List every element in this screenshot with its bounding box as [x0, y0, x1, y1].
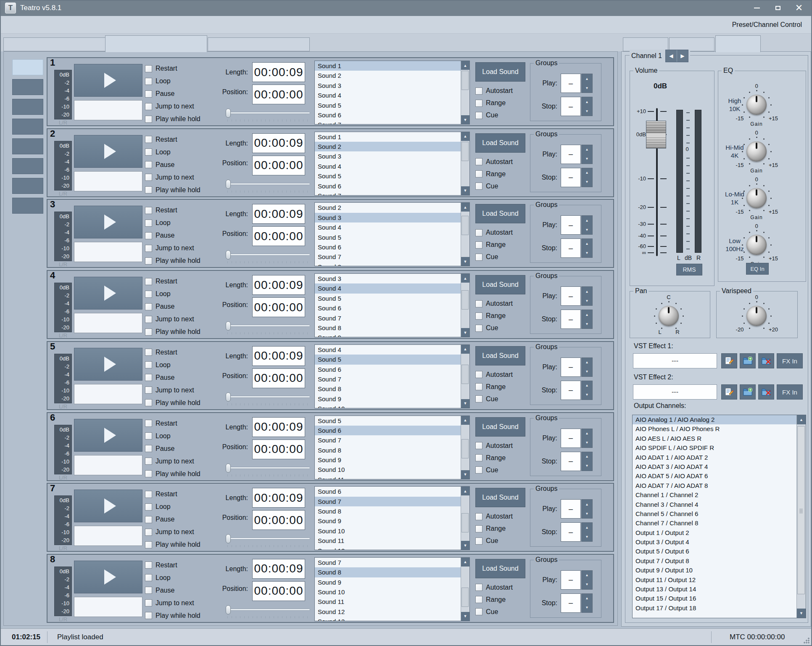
eq-gain-knob[interactable]	[746, 235, 767, 255]
jump-to-next-checkbox[interactable]	[145, 103, 152, 110]
stop-group-down-icon[interactable]: ▼	[582, 532, 592, 541]
position-slider[interactable]	[226, 609, 310, 611]
bank-button[interactable]	[12, 59, 43, 75]
loop-checkbox[interactable]	[145, 574, 152, 581]
next-channel-button[interactable]: ▶	[677, 50, 688, 62]
position-slider[interactable]	[226, 254, 310, 256]
sound-list-item[interactable]: Sound 11	[315, 536, 461, 545]
autostart-checkbox[interactable]	[475, 229, 482, 236]
loop-checkbox[interactable]	[145, 148, 152, 156]
sound-list-item[interactable]: Sound 7	[315, 497, 461, 506]
vst-add-button[interactable]	[740, 353, 756, 368]
sound-list-item[interactable]: Sound 3	[315, 274, 461, 283]
cue-checkbox[interactable]	[475, 183, 482, 190]
scroll-down-icon[interactable]: ▼	[461, 541, 469, 550]
maximize-button[interactable]	[772, 3, 783, 13]
sound-list-item[interactable]: Sound 5	[315, 416, 461, 426]
stop-group-up-icon[interactable]: ▲	[582, 168, 592, 177]
sound-list-item[interactable]: Sound 2	[315, 203, 461, 212]
play-button[interactable]	[74, 64, 142, 97]
play-button[interactable]	[74, 206, 142, 238]
output-channel-item[interactable]: AIO ADAT 3 / AIO ADAT 4	[633, 462, 796, 471]
scroll-down-icon[interactable]: ▼	[461, 257, 469, 266]
sound-list-item[interactable]: Sound 7	[315, 313, 461, 323]
tab[interactable]	[3, 37, 105, 51]
sound-list-item[interactable]: Sound 6	[315, 110, 461, 120]
sound-list-item[interactable]: Sound 13	[315, 617, 461, 621]
autostart-checkbox[interactable]	[475, 300, 482, 307]
play-group-up-icon[interactable]: ▲	[582, 358, 592, 367]
tab[interactable]	[208, 37, 310, 51]
pause-checkbox[interactable]	[145, 232, 152, 239]
pause-checkbox[interactable]	[145, 374, 152, 381]
fx-in-button[interactable]: FX In	[777, 384, 803, 400]
cue-checkbox[interactable]	[475, 537, 482, 545]
load-sound-button[interactable]: Load Sound	[475, 346, 525, 365]
range-checkbox[interactable]	[475, 525, 482, 532]
stop-group-up-icon[interactable]: ▲	[582, 239, 592, 248]
loop-checkbox[interactable]	[145, 220, 152, 227]
output-channel-item[interactable]: Channel 5 / Channel 6	[633, 509, 796, 519]
minimize-button[interactable]	[751, 3, 762, 13]
jump-to-next-checkbox[interactable]	[145, 458, 152, 465]
jump-to-next-checkbox[interactable]	[145, 599, 152, 606]
output-channel-item[interactable]: AIO ADAT 7 / AIO ADAT 8	[633, 481, 796, 490]
play-group-down-icon[interactable]: ▼	[582, 225, 592, 234]
restart-checkbox[interactable]	[145, 420, 152, 427]
sound-list-item[interactable]: Sound 1	[315, 132, 461, 142]
scroll-down-icon[interactable]: ▼	[461, 115, 469, 124]
play-while-hold-checkbox[interactable]	[145, 186, 152, 193]
loop-checkbox[interactable]	[145, 432, 152, 439]
jump-to-next-checkbox[interactable]	[145, 316, 152, 323]
output-scroll-down-icon[interactable]: ▼	[797, 609, 806, 618]
vst-add-button[interactable]	[740, 384, 756, 400]
output-channel-item[interactable]: AIO SPDIF L / AIO SPDIF R	[633, 443, 796, 453]
rms-button[interactable]: RMS	[676, 264, 702, 275]
cue-checkbox[interactable]	[475, 395, 482, 402]
sound-list-item[interactable]: Sound 6	[315, 365, 461, 374]
output-channel-item[interactable]: Output 13 / Output 14	[633, 585, 796, 594]
autostart-checkbox[interactable]	[475, 513, 482, 520]
autostart-checkbox[interactable]	[475, 442, 482, 449]
scroll-up-icon[interactable]: ▲	[461, 274, 469, 283]
play-button[interactable]	[74, 135, 142, 168]
output-channel-item[interactable]: Output 1 / Output 2	[633, 528, 796, 537]
sound-scrollbar-thumb[interactable]	[461, 365, 469, 384]
jump-to-next-checkbox[interactable]	[145, 245, 152, 252]
play-group-up-icon[interactable]: ▲	[582, 429, 592, 438]
position-slider-thumb[interactable]	[226, 392, 231, 402]
sound-list-item[interactable]: Sound 5	[315, 233, 461, 242]
output-channel-item[interactable]: Channel 3 / Channel 4	[633, 500, 796, 509]
sound-scrollbar-thumb[interactable]	[461, 588, 469, 607]
play-group-down-icon[interactable]: ▼	[582, 367, 592, 376]
stop-group-down-icon[interactable]: ▼	[582, 461, 592, 471]
output-channel-item[interactable]: Output 3 / Output 4	[633, 537, 796, 547]
sound-list-item[interactable]: Sound 4	[315, 345, 461, 355]
play-group-down-icon[interactable]: ▼	[582, 509, 592, 518]
pan-knob[interactable]	[659, 306, 679, 326]
play-while-hold-checkbox[interactable]	[145, 328, 152, 336]
autostart-checkbox[interactable]	[475, 371, 482, 378]
sound-scrollbar-thumb[interactable]	[461, 142, 469, 161]
sound-list-item[interactable]: Sound 7	[315, 120, 461, 124]
stop-group-down-icon[interactable]: ▼	[582, 603, 592, 612]
sound-list-item[interactable]: Sound 5	[315, 171, 461, 181]
play-group-up-icon[interactable]: ▲	[582, 145, 592, 154]
stop-group-down-icon[interactable]: ▼	[582, 248, 592, 257]
position-slider-thumb[interactable]	[226, 605, 231, 614]
position-slider[interactable]	[226, 325, 310, 327]
sound-list-item[interactable]: Sound 12	[315, 607, 461, 617]
scroll-up-icon[interactable]: ▲	[461, 203, 469, 212]
scroll-up-icon[interactable]: ▲	[461, 61, 469, 70]
range-checkbox[interactable]	[475, 100, 482, 107]
jump-to-next-checkbox[interactable]	[145, 174, 152, 181]
sound-list-item[interactable]: Sound 8	[315, 384, 461, 394]
output-channel-item[interactable]: Channel 1 / Channel 2	[633, 490, 796, 500]
sound-list-item[interactable]: Sound 9	[315, 577, 461, 587]
loop-checkbox[interactable]	[145, 361, 152, 368]
pause-checkbox[interactable]	[145, 303, 152, 310]
bank-button[interactable]	[12, 99, 43, 115]
cue-checkbox[interactable]	[475, 608, 482, 615]
loop-checkbox[interactable]	[145, 291, 152, 298]
sound-list-item[interactable]: Sound 5	[315, 355, 461, 364]
